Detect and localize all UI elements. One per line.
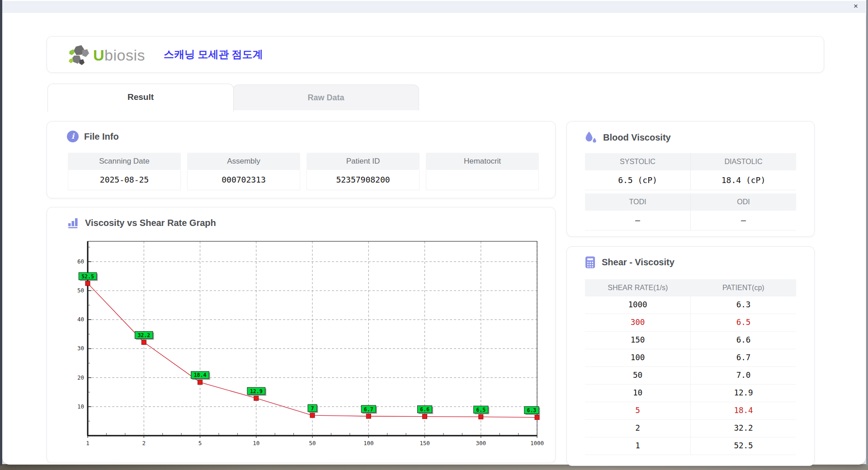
- shear-viscosity-card: Shear - Viscosity SHEAR RATE(1/s) PATIEN…: [566, 246, 815, 466]
- calculator-icon: [584, 256, 596, 269]
- todi-value: –: [585, 211, 690, 230]
- info-icon: i: [67, 131, 79, 142]
- table-row: 518.4: [585, 402, 796, 420]
- viscosity-chart: 1251050100150300100010203040506052.532.2…: [66, 237, 545, 453]
- window-right-edge: [866, 0, 868, 465]
- svg-text:300: 300: [476, 440, 486, 446]
- table-row: 1012.9: [585, 385, 796, 402]
- shear-table-header: SHEAR RATE(1/s) PATIENT(cp): [585, 279, 796, 296]
- header-card: Ubiosis 스캐닝 모세관 점도계: [47, 36, 824, 73]
- svg-text:50: 50: [77, 287, 84, 294]
- diastolic-header: DIASTOLIC: [690, 153, 796, 170]
- droplets-icon: [584, 131, 598, 144]
- table-row: 232.2: [585, 420, 796, 437]
- todi-header: TODI: [585, 193, 690, 211]
- shear-viscosity-title: Shear - Viscosity: [602, 257, 675, 268]
- field-label-assembly: Assembly: [187, 153, 300, 170]
- table-row: 1506.6: [585, 332, 796, 349]
- table-row: 507.0: [585, 367, 796, 385]
- shear-rate-cell: 300: [585, 314, 690, 331]
- blood-viscosity-title: Blood Viscosity: [603, 132, 671, 143]
- field-patient-id: Patient ID 52357908200: [307, 153, 420, 190]
- svg-text:5: 5: [198, 440, 202, 446]
- tab-result[interactable]: Result: [47, 84, 234, 112]
- svg-text:1000: 1000: [530, 440, 544, 446]
- diastolic-value: 18.4 (cP): [690, 170, 796, 190]
- table-row: 1006.7: [585, 349, 796, 367]
- graph-title: Viscosity vs Shear Rate Graph: [85, 218, 216, 228]
- patient-cell: 18.4: [690, 402, 796, 419]
- blood-viscosity-card: Blood Viscosity SYSTOLIC DIASTOLIC 6.5 (…: [566, 121, 815, 237]
- patient-cell: 12.9: [690, 385, 796, 402]
- table-row: 10006.3: [585, 296, 796, 314]
- svg-text:52.5: 52.5: [81, 273, 94, 280]
- graph-card: Viscosity vs Shear Rate Graph 1251050100…: [47, 207, 556, 463]
- svg-text:2: 2: [142, 440, 146, 446]
- field-scanning-date: Scanning Date 2025-08-25: [68, 153, 181, 190]
- tab-result-label: Result: [127, 92, 154, 102]
- patient-cell: 6.7: [690, 349, 796, 367]
- svg-text:6.6: 6.6: [420, 406, 429, 413]
- patient-cell: 32.2: [690, 420, 796, 437]
- shear-rate-cell: 1: [585, 437, 690, 455]
- field-value-patient-id: 52357908200: [307, 170, 420, 190]
- svg-text:7: 7: [311, 405, 314, 412]
- shear-rate-cell: 10: [585, 385, 690, 402]
- report-window: Ubiosis 스캐닝 모세관 점도계 Result Raw Data i Fi…: [2, 12, 866, 465]
- table-row: 3006.5: [585, 314, 796, 332]
- field-value-hematocrit: [426, 170, 539, 190]
- ubiosis-logo-icon: [67, 43, 90, 67]
- shear-viscosity-table: SHEAR RATE(1/s) PATIENT(cp) 10006.33006.…: [585, 279, 796, 455]
- patient-cell: 6.6: [690, 332, 796, 349]
- table-row: 152.5: [585, 437, 796, 455]
- patient-column-header: PATIENT(cp): [691, 279, 797, 296]
- svg-text:10: 10: [253, 440, 259, 446]
- field-hematocrit: Hematocrit: [426, 153, 539, 190]
- svg-text:100: 100: [363, 440, 374, 446]
- shear-rate-cell: 100: [585, 349, 690, 367]
- svg-text:60: 60: [77, 258, 84, 265]
- shear-rate-cell: 150: [585, 332, 690, 349]
- svg-text:150: 150: [420, 440, 430, 446]
- svg-text:6.3: 6.3: [527, 407, 537, 414]
- shear-rate-column-header: SHEAR RATE(1/s): [585, 279, 691, 296]
- app-title: 스캐닝 모세관 점도계: [164, 47, 263, 61]
- bar-chart-icon: [67, 216, 80, 229]
- tab-raw-data-label: Raw Data: [307, 93, 344, 102]
- file-info-title: File Info: [84, 132, 119, 142]
- svg-text:20: 20: [77, 374, 84, 381]
- patient-cell: 6.3: [690, 296, 796, 314]
- svg-text:6.5: 6.5: [476, 407, 486, 413]
- svg-text:50: 50: [309, 440, 316, 446]
- close-button[interactable]: ×: [850, 1, 861, 11]
- odi-value: –: [690, 211, 796, 230]
- systolic-value: 6.5 (cP): [585, 170, 690, 190]
- window-left-edge: [0, 0, 2, 465]
- logo-text: Ubiosis: [93, 44, 145, 66]
- ubiosis-logo: Ubiosis: [67, 43, 145, 67]
- file-info-card: i File Info Scanning Date 2025-08-25 Ass…: [47, 121, 556, 198]
- blood-viscosity-table: SYSTOLIC DIASTOLIC 6.5 (cP) 18.4 (cP) TO…: [585, 153, 796, 230]
- shear-rate-cell: 2: [585, 420, 690, 437]
- field-assembly: Assembly 000702313: [187, 153, 300, 190]
- systolic-header: SYSTOLIC: [585, 153, 690, 170]
- svg-text:12.9: 12.9: [250, 388, 263, 395]
- window-titlebar: ×: [2, 1, 866, 13]
- patient-cell: 6.5: [690, 314, 796, 331]
- svg-text:1: 1: [86, 440, 90, 446]
- patient-cell: 7.0: [690, 367, 796, 384]
- field-label-hematocrit: Hematocrit: [426, 153, 539, 170]
- svg-text:30: 30: [77, 345, 84, 352]
- svg-text:10: 10: [77, 403, 84, 410]
- svg-text:40: 40: [77, 316, 84, 323]
- shear-rate-cell: 50: [585, 367, 690, 384]
- odi-header: ODI: [690, 193, 796, 211]
- field-label-patient-id: Patient ID: [307, 153, 420, 170]
- patient-cell: 52.5: [690, 437, 796, 455]
- shear-rate-cell: 5: [585, 402, 690, 419]
- tab-raw-data[interactable]: Raw Data: [233, 85, 419, 110]
- svg-text:6.7: 6.7: [364, 406, 373, 413]
- field-value-assembly: 000702313: [187, 170, 300, 190]
- logo-letter-u: U: [93, 47, 104, 64]
- shear-rate-cell: 1000: [585, 296, 690, 314]
